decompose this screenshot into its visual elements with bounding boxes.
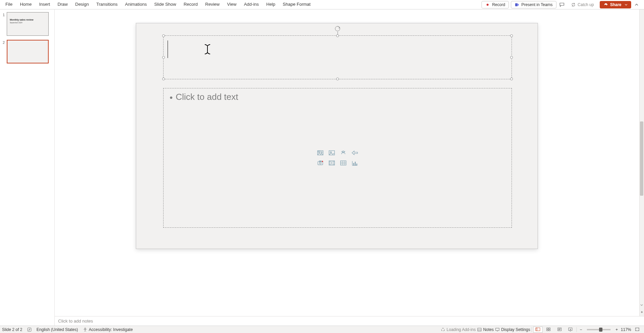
catch-up-button[interactable]: Catch up [567,1,598,8]
tab-animations[interactable]: Animations [122,0,150,9]
notes-toggle[interactable]: Notes [477,327,494,332]
zoom-in-button[interactable]: + [614,327,619,332]
svg-rect-28 [549,330,550,331]
slide-counter[interactable]: Slide 2 of 2 [2,327,22,332]
svg-point-12 [322,161,323,162]
slide-sorter-view-button[interactable] [544,327,553,333]
bullet-icon: • [170,92,173,103]
accessibility-status[interactable]: Accessibility: Investigate [83,327,133,332]
video-icon[interactable] [327,159,337,167]
svg-rect-16 [355,162,356,165]
scrollbar-thumb[interactable] [640,121,643,196]
share-button[interactable]: Share [600,1,631,8]
spellcheck-status-icon[interactable] [27,327,32,332]
slide-canvas[interactable]: • Click to add text [136,23,538,249]
scroll-down-button[interactable] [640,303,643,307]
table-icon[interactable] [338,159,348,167]
tab-shape-format[interactable]: Shape Format [279,0,314,9]
tab-review[interactable]: Review [202,0,223,9]
svg-rect-23 [536,328,540,331]
tab-file[interactable]: File [2,0,16,9]
smartart-icon[interactable] [350,148,360,157]
ribbon-bar: File Home Insert Draw Design Transitions… [0,0,644,9]
tab-draw[interactable]: Draw [54,0,71,9]
notes-placeholder-text: Click to add notes [58,318,93,324]
present-in-teams-button[interactable]: Present in Teams [511,1,556,8]
notes-pane[interactable]: Click to add notes [55,316,644,326]
tab-design[interactable]: Design [72,0,92,9]
text-cursor-icon [204,44,211,55]
language-status[interactable]: English (United States) [36,327,78,332]
scroll-menu-icon[interactable]: ✦ [639,310,644,315]
selection-handle[interactable] [510,56,513,59]
selection-handle[interactable] [510,34,513,37]
collapse-ribbon-button[interactable] [633,1,640,8]
stock-image-icon[interactable] [315,148,325,157]
catch-up-label: Catch up [578,2,594,7]
notes-toggle-label: Notes [483,327,494,332]
svg-rect-18 [28,328,31,331]
zoom-slider[interactable] [587,329,611,330]
title-placeholder[interactable] [163,35,512,79]
display-settings-label: Display Settings [501,327,530,332]
slide-thumbnail-panel[interactable]: 1 Monthly sales review September 2024 2 [0,9,55,326]
selection-handle[interactable] [336,34,339,37]
rotate-handle-icon[interactable] [335,26,341,32]
teams-icon [515,2,519,7]
cameo-icon[interactable] [315,159,325,167]
accessibility-label: Accessibility: Investigate [89,327,133,332]
tab-help[interactable]: Help [263,0,279,9]
thumbnail-slide-1[interactable]: 1 Monthly sales review September 2024 [1,12,52,36]
record-button[interactable]: Record [481,1,509,8]
zoom-out-button[interactable]: − [578,327,584,332]
svg-rect-1 [517,4,519,5]
content-placeholder[interactable]: • Click to add text [163,88,512,228]
picture-icon[interactable] [327,148,337,157]
tab-home[interactable]: Home [17,0,35,9]
thumbnail-title: Monthly sales review [10,19,46,21]
display-settings-button[interactable]: Display Settings [495,327,530,332]
thumbnail-preview[interactable] [7,40,49,63]
selection-handle[interactable] [162,56,165,59]
status-left: Slide 2 of 2 English (United States) Acc… [0,327,133,332]
selection-handle[interactable] [336,78,339,80]
svg-point-19 [84,328,86,329]
svg-rect-21 [478,328,481,331]
icons-icon[interactable] [338,148,348,157]
svg-point-10 [319,162,321,164]
chart-icon[interactable] [350,159,360,167]
tab-record[interactable]: Record [180,0,201,9]
zoom-slider-thumb[interactable] [599,328,602,332]
status-right: Loading Add-ins Notes Display Settings − [441,327,644,333]
thumbnail-preview[interactable]: Monthly sales review September 2024 [7,12,49,36]
svg-rect-27 [547,330,548,331]
reading-view-button[interactable] [555,327,564,333]
slide-stage[interactable]: • Click to add text [55,9,639,316]
share-label: Share [610,2,621,7]
tab-transitions[interactable]: Transitions [93,0,121,9]
thumbnail-number: 2 [1,40,5,63]
tab-slide-show[interactable]: Slide Show [151,0,179,9]
selection-handle[interactable] [162,34,165,37]
normal-view-button[interactable] [533,327,543,333]
share-icon [603,2,608,7]
thumbnail-slide-2[interactable]: 2 [1,40,52,63]
svg-point-8 [342,151,344,153]
vertical-scrollbar[interactable]: ✦ [639,9,644,316]
slideshow-view-button[interactable] [566,327,575,333]
svg-point-20 [441,328,444,331]
thumbnail-subtitle: September 2024 [10,22,46,24]
zoom-value[interactable]: 117% [621,327,631,332]
fit-to-window-button[interactable] [633,327,642,333]
svg-rect-26 [549,328,550,329]
selection-handle[interactable] [162,78,165,80]
tab-insert[interactable]: Insert [36,0,54,9]
selection-handle[interactable] [510,78,513,80]
record-button-label: Record [492,2,505,7]
tab-add-ins[interactable]: Add-ins [241,0,262,9]
chevron-down-icon [625,3,627,6]
tab-view[interactable]: View [224,0,240,9]
svg-rect-15 [353,163,354,165]
svg-rect-25 [547,328,548,329]
comments-button[interactable] [559,1,565,8]
